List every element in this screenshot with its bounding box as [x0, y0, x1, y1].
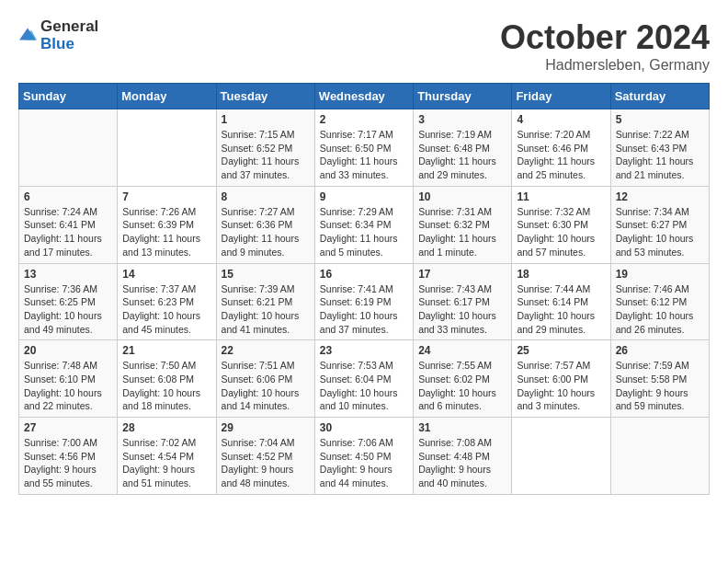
- day-number: 25: [517, 344, 605, 357]
- logo-blue: Blue: [40, 36, 98, 53]
- day-info: Sunrise: 7:44 AM Sunset: 6:14 PM Dayligh…: [517, 282, 605, 337]
- calendar-cell: 20Sunrise: 7:48 AM Sunset: 6:10 PM Dayli…: [19, 340, 118, 418]
- weekday-header-thursday: Thursday: [414, 84, 512, 109]
- calendar-cell: 27Sunrise: 7:00 AM Sunset: 4:56 PM Dayli…: [19, 418, 118, 495]
- day-info: Sunrise: 7:08 AM Sunset: 4:48 PM Dayligh…: [418, 436, 506, 490]
- day-info: Sunrise: 7:06 AM Sunset: 4:50 PM Dayligh…: [320, 436, 408, 490]
- day-number: 8: [222, 190, 310, 203]
- day-info: Sunrise: 7:19 AM Sunset: 6:48 PM Dayligh…: [418, 128, 506, 182]
- day-info: Sunrise: 7:50 AM Sunset: 6:08 PM Dayligh…: [122, 359, 210, 413]
- calendar-cell: 15Sunrise: 7:39 AM Sunset: 6:21 PM Dayli…: [216, 263, 314, 340]
- day-info: Sunrise: 7:36 AM Sunset: 6:25 PM Dayligh…: [24, 282, 112, 337]
- weekday-header-monday: Monday: [118, 84, 216, 109]
- day-number: 22: [222, 344, 310, 357]
- calendar-week-row-4: 27Sunrise: 7:00 AM Sunset: 4:56 PM Dayli…: [19, 418, 710, 495]
- calendar-cell: 10Sunrise: 7:31 AM Sunset: 6:32 PM Dayli…: [414, 186, 512, 263]
- day-number: 30: [320, 421, 408, 434]
- day-number: 31: [418, 421, 506, 434]
- calendar-table: SundayMondayTuesdayWednesdayThursdayFrid…: [18, 83, 710, 495]
- day-number: 18: [517, 268, 605, 281]
- day-number: 23: [320, 344, 408, 357]
- calendar-week-row-3: 20Sunrise: 7:48 AM Sunset: 6:10 PM Dayli…: [19, 340, 710, 418]
- day-number: 17: [418, 268, 506, 281]
- day-info: Sunrise: 7:20 AM Sunset: 6:46 PM Dayligh…: [517, 128, 605, 182]
- calendar-cell: 22Sunrise: 7:51 AM Sunset: 6:06 PM Dayli…: [216, 340, 314, 418]
- calendar-cell: 2Sunrise: 7:17 AM Sunset: 6:50 PM Daylig…: [314, 109, 413, 187]
- day-info: Sunrise: 7:39 AM Sunset: 6:21 PM Dayligh…: [222, 282, 310, 337]
- weekday-header-row: SundayMondayTuesdayWednesdayThursdayFrid…: [19, 84, 710, 109]
- calendar-cell: [19, 109, 118, 187]
- day-info: Sunrise: 7:27 AM Sunset: 6:36 PM Dayligh…: [222, 205, 310, 259]
- day-number: 4: [517, 113, 605, 126]
- day-number: 14: [122, 268, 210, 281]
- calendar-cell: 23Sunrise: 7:53 AM Sunset: 6:04 PM Dayli…: [314, 340, 413, 418]
- calendar-cell: 19Sunrise: 7:46 AM Sunset: 6:12 PM Dayli…: [610, 263, 709, 340]
- day-info: Sunrise: 7:46 AM Sunset: 6:12 PM Dayligh…: [616, 282, 704, 337]
- calendar-cell: 30Sunrise: 7:06 AM Sunset: 4:50 PM Dayli…: [314, 418, 413, 495]
- day-number: 5: [616, 113, 704, 126]
- day-info: Sunrise: 7:32 AM Sunset: 6:30 PM Dayligh…: [517, 205, 605, 259]
- day-info: Sunrise: 7:00 AM Sunset: 4:56 PM Dayligh…: [24, 436, 112, 490]
- calendar-cell: 9Sunrise: 7:29 AM Sunset: 6:34 PM Daylig…: [314, 186, 413, 263]
- day-info: Sunrise: 7:15 AM Sunset: 6:52 PM Dayligh…: [222, 128, 310, 182]
- calendar-cell: 6Sunrise: 7:24 AM Sunset: 6:41 PM Daylig…: [19, 186, 118, 263]
- calendar-cell: 4Sunrise: 7:20 AM Sunset: 6:46 PM Daylig…: [512, 109, 610, 187]
- day-info: Sunrise: 7:51 AM Sunset: 6:06 PM Dayligh…: [222, 359, 310, 413]
- day-number: 21: [122, 344, 210, 357]
- calendar-cell: 3Sunrise: 7:19 AM Sunset: 6:48 PM Daylig…: [414, 109, 512, 187]
- calendar-cell: [610, 418, 709, 495]
- calendar-cell: 13Sunrise: 7:36 AM Sunset: 6:25 PM Dayli…: [19, 263, 118, 340]
- day-info: Sunrise: 7:37 AM Sunset: 6:23 PM Dayligh…: [122, 282, 210, 337]
- day-info: Sunrise: 7:43 AM Sunset: 6:17 PM Dayligh…: [418, 282, 506, 337]
- calendar-week-row-2: 13Sunrise: 7:36 AM Sunset: 6:25 PM Dayli…: [19, 263, 710, 340]
- day-number: 20: [24, 344, 112, 357]
- day-number: 7: [122, 190, 210, 203]
- day-info: Sunrise: 7:04 AM Sunset: 4:52 PM Dayligh…: [222, 436, 310, 490]
- day-info: Sunrise: 7:41 AM Sunset: 6:19 PM Dayligh…: [320, 282, 408, 337]
- day-number: 28: [122, 421, 210, 434]
- day-number: 1: [222, 113, 310, 126]
- day-number: 9: [320, 190, 408, 203]
- day-info: Sunrise: 7:31 AM Sunset: 6:32 PM Dayligh…: [418, 205, 506, 259]
- calendar-week-row-0: 1Sunrise: 7:15 AM Sunset: 6:52 PM Daylig…: [19, 109, 710, 187]
- day-info: Sunrise: 7:59 AM Sunset: 5:58 PM Dayligh…: [616, 359, 704, 413]
- day-number: 10: [418, 190, 506, 203]
- calendar-cell: 1Sunrise: 7:15 AM Sunset: 6:52 PM Daylig…: [216, 109, 314, 187]
- calendar-cell: [118, 109, 216, 187]
- calendar-cell: 5Sunrise: 7:22 AM Sunset: 6:43 PM Daylig…: [610, 109, 709, 187]
- calendar-cell: 21Sunrise: 7:50 AM Sunset: 6:08 PM Dayli…: [118, 340, 216, 418]
- calendar-cell: 25Sunrise: 7:57 AM Sunset: 6:00 PM Dayli…: [512, 340, 610, 418]
- weekday-header-tuesday: Tuesday: [216, 84, 314, 109]
- day-number: 6: [24, 190, 112, 203]
- day-number: 24: [418, 344, 506, 357]
- weekday-header-sunday: Sunday: [19, 84, 118, 109]
- calendar-cell: 31Sunrise: 7:08 AM Sunset: 4:48 PM Dayli…: [414, 418, 512, 495]
- day-info: Sunrise: 7:02 AM Sunset: 4:54 PM Dayligh…: [122, 436, 210, 490]
- day-info: Sunrise: 7:55 AM Sunset: 6:02 PM Dayligh…: [418, 359, 506, 413]
- calendar-cell: 29Sunrise: 7:04 AM Sunset: 4:52 PM Dayli…: [216, 418, 314, 495]
- calendar-cell: 8Sunrise: 7:27 AM Sunset: 6:36 PM Daylig…: [216, 186, 314, 263]
- day-number: 12: [616, 190, 704, 203]
- header: General Blue October 2024 Hadmersleben, …: [18, 18, 710, 74]
- location-title: Hadmersleben, Germany: [500, 57, 710, 74]
- day-info: Sunrise: 7:48 AM Sunset: 6:10 PM Dayligh…: [24, 359, 112, 413]
- day-number: 15: [222, 268, 310, 281]
- logo: General Blue: [18, 18, 98, 52]
- calendar-cell: 11Sunrise: 7:32 AM Sunset: 6:30 PM Dayli…: [512, 186, 610, 263]
- weekday-header-saturday: Saturday: [610, 84, 709, 109]
- day-number: 2: [320, 113, 408, 126]
- day-info: Sunrise: 7:17 AM Sunset: 6:50 PM Dayligh…: [320, 128, 408, 182]
- day-info: Sunrise: 7:34 AM Sunset: 6:27 PM Dayligh…: [616, 205, 704, 259]
- day-number: 13: [24, 268, 112, 281]
- calendar-cell: 14Sunrise: 7:37 AM Sunset: 6:23 PM Dayli…: [118, 263, 216, 340]
- calendar-cell: 7Sunrise: 7:26 AM Sunset: 6:39 PM Daylig…: [118, 186, 216, 263]
- calendar-cell: 16Sunrise: 7:41 AM Sunset: 6:19 PM Dayli…: [314, 263, 413, 340]
- day-info: Sunrise: 7:26 AM Sunset: 6:39 PM Dayligh…: [122, 205, 210, 259]
- calendar-week-row-1: 6Sunrise: 7:24 AM Sunset: 6:41 PM Daylig…: [19, 186, 710, 263]
- day-number: 27: [24, 421, 112, 434]
- day-number: 29: [222, 421, 310, 434]
- logo-general: General: [40, 18, 98, 36]
- day-info: Sunrise: 7:22 AM Sunset: 6:43 PM Dayligh…: [616, 128, 704, 182]
- day-info: Sunrise: 7:53 AM Sunset: 6:04 PM Dayligh…: [320, 359, 408, 413]
- weekday-header-friday: Friday: [512, 84, 610, 109]
